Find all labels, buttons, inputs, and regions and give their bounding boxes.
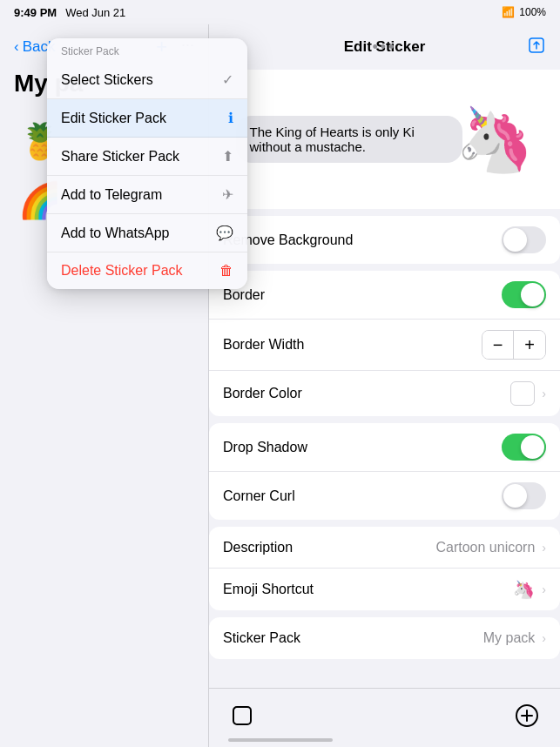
home-indicator (228, 738, 333, 742)
settings-row-border-color[interactable]: Border Color › (209, 371, 560, 416)
edit-pack-label: Edit Sticker Pack (61, 111, 166, 126)
settings-row-sticker-pack[interactable]: Sticker Pack My pack › (209, 617, 560, 659)
corner-curl-label: Corner Curl (223, 488, 295, 504)
border-color-label: Border Color (223, 386, 302, 401)
settings-row-border: Border (209, 271, 560, 320)
drop-shadow-label: Drop Shadow (223, 440, 307, 455)
battery-icon: 100% (519, 6, 546, 18)
stepper-plus-button[interactable]: + (514, 331, 545, 359)
wifi-icon: 📶 (502, 6, 515, 18)
settings-section-border: Border Border Width − + Border Color › (209, 271, 560, 416)
status-time: 9:49 PM (14, 6, 57, 19)
chevron-icon: › (542, 387, 546, 400)
settings-row-corner-curl: Corner Curl (209, 472, 560, 520)
bottom-right-icon[interactable] (515, 703, 539, 733)
description-right: Cartoon unicorn › (435, 540, 546, 555)
context-menu: Sticker Pack Select Stickers ✓ Edit Stic… (47, 38, 247, 289)
settings-section-sticker-pack: Sticker Pack My pack › (209, 617, 560, 659)
context-menu-item-delete-pack[interactable]: Delete Sticker Pack 🗑 (47, 252, 247, 289)
right-header: ••• Edit Sticker (209, 24, 560, 70)
context-menu-item-add-whatsapp[interactable]: Add to WhatsApp 💬 (47, 214, 247, 252)
status-icons: 📶 100% (502, 6, 546, 18)
sticker-preview-area: The King of Hearts is only Ki without a … (209, 70, 560, 209)
checkmark-icon: ✓ (222, 71, 233, 88)
context-menu-section-label: Sticker Pack (47, 38, 247, 61)
context-menu-item-share-pack[interactable]: Share Sticker Pack ⬆ (47, 138, 247, 176)
export-icon[interactable] (527, 36, 546, 59)
svg-rect-1 (233, 707, 251, 724)
toggle-thumb-border (521, 283, 544, 306)
add-telegram-label: Add to Telegram (61, 187, 162, 203)
context-menu-item-add-telegram[interactable]: Add to Telegram ✈ (47, 176, 247, 214)
right-panel: ••• Edit Sticker The King of Hearts is o… (209, 24, 560, 747)
border-toggle[interactable] (502, 281, 546, 308)
add-whatsapp-label: Add to WhatsApp (61, 225, 170, 241)
stepper-minus-button[interactable]: − (482, 331, 514, 359)
description-label: Description (223, 540, 293, 555)
toggle-thumb-curl (503, 484, 527, 508)
corner-curl-toggle[interactable] (502, 482, 546, 509)
border-label: Border (223, 287, 265, 303)
settings-row-border-width: Border Width − + (209, 320, 560, 371)
remove-bg-toggle[interactable] (502, 226, 546, 253)
status-date: Wed Jun 21 (65, 6, 125, 19)
share-icon: ⬆ (222, 148, 233, 165)
telegram-icon: ✈ (222, 186, 233, 203)
description-value: Cartoon unicorn (435, 540, 535, 555)
sticker-pack-right: My pack › (483, 630, 546, 646)
drop-shadow-toggle[interactable] (502, 434, 546, 461)
border-color-right: › (510, 381, 546, 406)
description-chevron-icon: › (542, 541, 546, 555)
settings-row-emoji-shortcut[interactable]: Emoji Shortcut 🦄 › (209, 569, 560, 610)
emoji-shortcut-chevron-icon: › (542, 582, 546, 596)
settings-section-description: Description Cartoon unicorn › Emoji Shor… (209, 527, 560, 610)
settings-row-drop-shadow: Drop Shadow (209, 423, 560, 472)
color-swatch (510, 381, 535, 406)
share-pack-label: Share Sticker Pack (61, 149, 179, 165)
sticker-pack-label: Sticker Pack (223, 630, 300, 646)
select-stickers-label: Select Stickers (61, 72, 153, 88)
settings-section-background: Remove Background (209, 216, 560, 264)
sticker-pack-value: My pack (483, 630, 536, 646)
bubble-text: The King of Hearts is only Ki without a … (250, 124, 415, 154)
emoji-shortcut-right: 🦄 › (513, 579, 546, 600)
emoji-shortcut-label: Emoji Shortcut (223, 582, 314, 597)
border-width-stepper: − + (482, 330, 546, 360)
context-menu-item-select-stickers[interactable]: Select Stickers ✓ (47, 61, 247, 99)
delete-pack-label: Delete Sticker Pack (61, 263, 183, 279)
settings-row-description[interactable]: Description Cartoon unicorn › (209, 527, 560, 569)
sticker-large: 🦄 (455, 103, 534, 177)
speech-bubble: The King of Hearts is only Ki without a … (236, 116, 462, 163)
status-bar: 9:49 PM Wed Jun 21 📶 100% (0, 0, 560, 24)
right-content: The King of Hearts is only Ki without a … (209, 70, 560, 747)
bottom-left-icon[interactable] (230, 703, 254, 733)
settings-row-remove-bg: Remove Background (209, 216, 560, 264)
emoji-shortcut-value: 🦄 (513, 579, 535, 600)
sticker-pack-chevron-icon: › (542, 631, 546, 645)
whatsapp-icon: 💬 (216, 225, 233, 241)
settings-section-shadow: Drop Shadow Corner Curl (209, 423, 560, 520)
toggle-thumb-shadow (521, 435, 544, 459)
header-dots: ••• (373, 38, 397, 57)
trash-icon: 🗑 (219, 263, 233, 279)
border-width-label: Border Width (223, 337, 304, 353)
info-icon: ℹ (228, 110, 233, 126)
context-menu-item-edit-pack[interactable]: Edit Sticker Pack ℹ (47, 99, 247, 138)
toggle-thumb (503, 228, 527, 252)
